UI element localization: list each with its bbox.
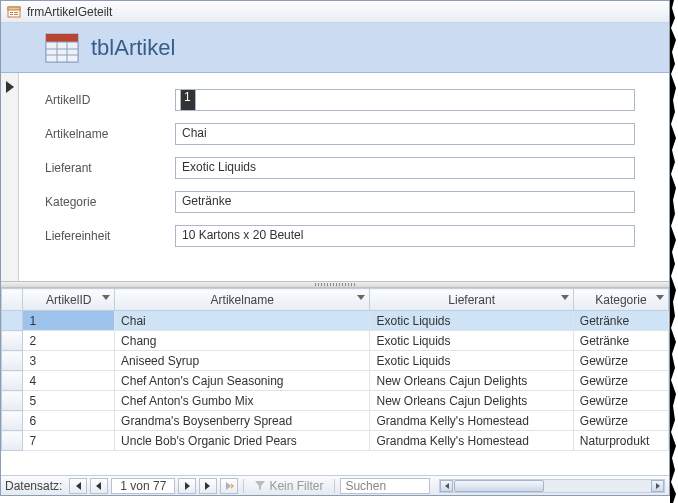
field-label: Kategorie (45, 195, 175, 209)
table-row[interactable]: 4Chef Anton's Cajun SeasoningNew Orleans… (2, 371, 669, 391)
splitter-bar[interactable] (1, 281, 669, 288)
svg-rect-5 (14, 14, 18, 15)
row-selector[interactable] (2, 431, 23, 451)
cell[interactable]: Getränke (573, 331, 668, 351)
form-row: LieferantExotic Liquids (45, 157, 635, 179)
nav-first-button[interactable] (69, 478, 87, 494)
field-input[interactable]: Exotic Liquids (175, 157, 635, 179)
scroll-left-button[interactable] (440, 480, 453, 492)
cell[interactable]: Exotic Liquids (370, 331, 573, 351)
record-navigation-bar: Datensatz: 1 von 77 Kein Filter Suchen (1, 475, 669, 495)
funnel-icon (255, 481, 265, 491)
row-selector-header[interactable] (2, 289, 23, 311)
record-selector[interactable] (1, 73, 19, 281)
table-icon (45, 33, 79, 63)
nav-last-button[interactable] (199, 478, 217, 494)
row-selector[interactable] (2, 331, 23, 351)
cell[interactable]: Aniseed Syrup (115, 351, 370, 371)
cell[interactable]: Chef Anton's Gumbo Mix (115, 391, 370, 411)
chevron-down-icon[interactable] (357, 295, 365, 300)
row-selector[interactable] (2, 391, 23, 411)
cell[interactable]: 4 (23, 371, 115, 391)
table-row[interactable]: 2ChangExotic LiquidsGetränke (2, 331, 669, 351)
row-selector[interactable] (2, 371, 23, 391)
cell[interactable]: Gewürze (573, 371, 668, 391)
cell[interactable]: Exotic Liquids (370, 351, 573, 371)
nav-filter-indicator[interactable]: Kein Filter (249, 479, 329, 493)
window-title: frmArtikelGeteilt (27, 5, 112, 19)
cell[interactable]: Getränke (573, 311, 668, 331)
cell[interactable]: Gewürze (573, 411, 668, 431)
table-row[interactable]: 6Grandma's Boysenberry SpreadGrandma Kel… (2, 411, 669, 431)
datasheet-grid: ArtikelIDArtikelnameLieferantKategorie 1… (1, 288, 669, 451)
field-input[interactable]: Getränke (175, 191, 635, 213)
filter-label: Kein Filter (269, 479, 323, 493)
table-row[interactable]: 5Chef Anton's Gumbo MixNew Orleans Cajun… (2, 391, 669, 411)
cell[interactable]: 1 (23, 311, 115, 331)
gripper-icon (315, 283, 355, 286)
form-detail-section: ArtikelID1ArtikelnameChaiLieferantExotic… (1, 73, 669, 281)
column-header[interactable]: ArtikelID (23, 289, 115, 311)
chevron-down-icon[interactable] (561, 295, 569, 300)
cell[interactable]: Exotic Liquids (370, 311, 573, 331)
cell[interactable]: 7 (23, 431, 115, 451)
row-selector[interactable] (2, 411, 23, 431)
scroll-right-button[interactable] (651, 480, 664, 492)
current-record-marker-icon (6, 81, 14, 93)
cell[interactable]: 6 (23, 411, 115, 431)
cell[interactable]: Uncle Bob's Organic Dried Pears (115, 431, 370, 451)
field-input[interactable]: 1 (175, 89, 635, 111)
cell[interactable]: Chai (115, 311, 370, 331)
chevron-down-icon[interactable] (102, 295, 110, 300)
cell[interactable]: 5 (23, 391, 115, 411)
row-selector[interactable] (2, 351, 23, 371)
svg-rect-8 (46, 42, 78, 62)
row-selector[interactable] (2, 311, 23, 331)
torn-edge-decoration (670, 0, 678, 503)
field-input[interactable]: Chai (175, 123, 635, 145)
table-row[interactable]: 1ChaiExotic LiquidsGetränke (2, 311, 669, 331)
cell[interactable]: Grandma's Boysenberry Spread (115, 411, 370, 431)
field-label: Artikelname (45, 127, 175, 141)
scroll-thumb[interactable] (454, 480, 544, 492)
cell[interactable]: Naturprodukt (573, 431, 668, 451)
cell[interactable]: Chang (115, 331, 370, 351)
svg-rect-4 (14, 12, 18, 13)
nav-position-input[interactable]: 1 von 77 (111, 478, 175, 494)
column-header[interactable]: Lieferant (370, 289, 573, 311)
field-label: ArtikelID (45, 93, 175, 107)
separator (243, 479, 244, 493)
table-row[interactable]: 7Uncle Bob's Organic Dried PearsGrandma … (2, 431, 669, 451)
cell[interactable]: Grandma Kelly's Homestead (370, 431, 573, 451)
cell[interactable]: 3 (23, 351, 115, 371)
cell[interactable]: Grandma Kelly's Homestead (370, 411, 573, 431)
chevron-down-icon[interactable] (656, 295, 664, 300)
title-bar: frmArtikelGeteilt (1, 1, 669, 23)
cell[interactable]: Gewürze (573, 391, 668, 411)
cell[interactable]: Gewürze (573, 351, 668, 371)
column-header[interactable]: Kategorie (573, 289, 668, 311)
nav-next-button[interactable] (178, 478, 196, 494)
form-row: KategorieGetränke (45, 191, 635, 213)
cell[interactable]: New Orleans Cajun Delights (370, 391, 573, 411)
form-header: tblArtikel (1, 23, 669, 73)
nav-label: Datensatz: (5, 479, 62, 493)
cell[interactable]: 2 (23, 331, 115, 351)
horizontal-scrollbar[interactable] (439, 479, 665, 493)
form-title: tblArtikel (91, 35, 175, 61)
cell[interactable]: Chef Anton's Cajun Seasoning (115, 371, 370, 391)
separator (334, 479, 335, 493)
form-window: frmArtikelGeteilt tblArtikel ArtikelID1A… (0, 0, 670, 496)
cell[interactable]: New Orleans Cajun Delights (370, 371, 573, 391)
nav-prev-button[interactable] (90, 478, 108, 494)
nav-search-input[interactable]: Suchen (340, 478, 430, 494)
field-label: Lieferant (45, 161, 175, 175)
svg-point-13 (232, 485, 234, 487)
form-icon (7, 5, 21, 19)
table-row[interactable]: 3Aniseed SyrupExotic LiquidsGewürze (2, 351, 669, 371)
form-row: Liefereinheit10 Kartons x 20 Beutel (45, 225, 635, 247)
field-input[interactable]: 10 Kartons x 20 Beutel (175, 225, 635, 247)
svg-rect-2 (10, 12, 13, 13)
column-header[interactable]: Artikelname (115, 289, 370, 311)
nav-new-button[interactable] (220, 478, 238, 494)
